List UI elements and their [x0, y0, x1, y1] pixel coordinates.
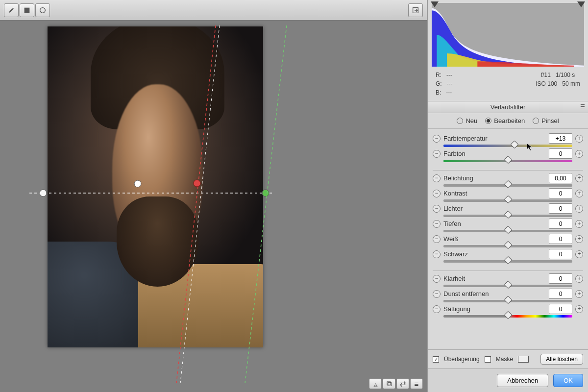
whites-plus-button[interactable]: +: [575, 235, 583, 243]
compare-button[interactable]: ⟁: [369, 378, 382, 389]
mask-color-swatch[interactable]: [518, 356, 529, 363]
ok-button[interactable]: OK: [553, 374, 583, 387]
blacks-thumb[interactable]: [504, 256, 512, 265]
slider-tint: −Farbton+: [433, 149, 583, 164]
svg-point-5: [262, 190, 269, 196]
dehaze-track[interactable]: [443, 300, 572, 302]
slider-clarity: −Klarheit+: [433, 274, 583, 289]
blacks-track[interactable]: [443, 260, 572, 263]
b-label: B:: [436, 89, 441, 96]
highlights-label: Lichter: [443, 205, 463, 212]
panel-title: Verlaufsfilter ☰: [428, 101, 588, 113]
dehaze-plus-button[interactable]: +: [575, 290, 583, 298]
clarity-plus-button[interactable]: +: [575, 275, 583, 283]
shadows-track[interactable]: [443, 230, 572, 232]
tint-plus-button[interactable]: +: [575, 150, 583, 158]
clarity-track[interactable]: [443, 285, 572, 287]
exposure-plus-button[interactable]: +: [575, 174, 583, 182]
photo-preview: [48, 26, 263, 347]
contrast-thumb[interactable]: [504, 196, 512, 204]
tint-minus-button[interactable]: −: [433, 150, 441, 158]
saturation-label: Sättigung: [443, 305, 470, 313]
clarity-thumb[interactable]: [504, 281, 512, 289]
blacks-value-input[interactable]: [549, 249, 572, 259]
temp-value-input[interactable]: [549, 133, 572, 144]
saturation-value-input[interactable]: [549, 304, 572, 314]
shadows-minus-button[interactable]: −: [433, 220, 441, 228]
highlights-track[interactable]: [443, 215, 572, 217]
shadows-thumb[interactable]: [504, 226, 512, 234]
swap-button[interactable]: ⇄: [396, 378, 409, 389]
tint-value-input[interactable]: [549, 148, 572, 159]
temp-track[interactable]: [443, 145, 572, 147]
focal: 50 mm: [562, 80, 580, 87]
mask-label: Maske: [496, 356, 513, 363]
whites-minus-button[interactable]: −: [433, 235, 441, 243]
temp-minus-button[interactable]: −: [433, 135, 441, 143]
shadow-clip-icon[interactable]: [431, 1, 439, 7]
contrast-track[interactable]: [443, 199, 572, 202]
tint-track[interactable]: [443, 160, 572, 162]
saturation-track[interactable]: [443, 315, 572, 318]
export-button[interactable]: [408, 3, 423, 17]
brush-tool-button[interactable]: [4, 3, 19, 17]
blacks-plus-button[interactable]: +: [575, 250, 583, 258]
g-value: ---: [447, 80, 453, 87]
cancel-button[interactable]: Abbrechen: [497, 374, 548, 387]
exposure-track[interactable]: [443, 184, 572, 187]
contrast-value-input[interactable]: [549, 188, 572, 198]
before-after-button[interactable]: ⧉: [383, 378, 395, 389]
exposure-minus-button[interactable]: −: [433, 174, 441, 182]
temp-label: Farbtemperatur: [443, 135, 488, 142]
saturation-plus-button[interactable]: +: [575, 305, 583, 313]
exposure-thumb[interactable]: [504, 180, 512, 189]
panel-menu-icon[interactable]: ☰: [580, 103, 585, 110]
whites-value-input[interactable]: [549, 234, 572, 244]
blacks-minus-button[interactable]: −: [433, 250, 441, 258]
highlight-clip-icon[interactable]: [577, 1, 585, 7]
highlights-minus-button[interactable]: −: [433, 205, 441, 213]
mode-neu[interactable]: Neu: [457, 117, 477, 124]
whites-track[interactable]: [443, 245, 572, 247]
dehaze-minus-button[interactable]: −: [433, 290, 441, 298]
highlights-value-input[interactable]: [549, 203, 572, 214]
overlay-checkbox[interactable]: ✓: [433, 356, 439, 363]
clear-all-button[interactable]: Alle löschen: [540, 354, 583, 365]
radial-tool-button[interactable]: [35, 3, 50, 17]
contrast-label: Kontrast: [443, 190, 467, 197]
saturation-minus-button[interactable]: −: [433, 305, 441, 313]
r-label: R:: [436, 72, 441, 78]
clarity-value-input[interactable]: [549, 273, 572, 284]
mode-pinsel[interactable]: Pinsel: [533, 117, 559, 124]
tint-thumb[interactable]: [504, 156, 512, 164]
contrast-plus-button[interactable]: +: [575, 190, 583, 197]
clarity-minus-button[interactable]: −: [433, 275, 441, 283]
mode-bearbeiten[interactable]: Bearbeiten: [485, 117, 525, 124]
settings-button[interactable]: ≡: [410, 378, 423, 389]
highlights-thumb[interactable]: [504, 211, 512, 219]
canvas[interactable]: ⟁ ⧉ ⇄ ≡: [0, 21, 427, 392]
exposure-value-input[interactable]: [549, 173, 572, 183]
gradient-tool-button[interactable]: [20, 3, 34, 17]
mode-label: Neu: [466, 117, 477, 124]
shadows-value-input[interactable]: [549, 219, 572, 229]
dehaze-thumb[interactable]: [504, 296, 512, 304]
contrast-minus-button[interactable]: −: [433, 190, 441, 197]
slider-saturation: −Sättigung+: [433, 304, 583, 319]
exposure-label: Belichtung: [443, 174, 473, 182]
slider-blacks: −Schwarz+: [433, 249, 583, 265]
slider-dehaze: −Dunst entfernen+: [433, 289, 583, 304]
mode-label: Bearbeiten: [494, 117, 525, 124]
mask-checkbox[interactable]: [485, 356, 491, 363]
exif-readout: R: --- G: --- B: --- f/11 1/100 s ISO 10…: [428, 69, 588, 101]
saturation-thumb[interactable]: [504, 311, 512, 319]
highlights-plus-button[interactable]: +: [575, 205, 583, 213]
mode-label: Pinsel: [541, 117, 559, 124]
dehaze-value-input[interactable]: [549, 289, 572, 299]
temp-thumb[interactable]: [510, 141, 518, 149]
histogram[interactable]: [428, 0, 588, 69]
shadows-plus-button[interactable]: +: [575, 220, 583, 228]
whites-thumb[interactable]: [504, 241, 512, 249]
temp-plus-button[interactable]: +: [575, 135, 583, 143]
whites-label: Weiß: [443, 235, 458, 243]
